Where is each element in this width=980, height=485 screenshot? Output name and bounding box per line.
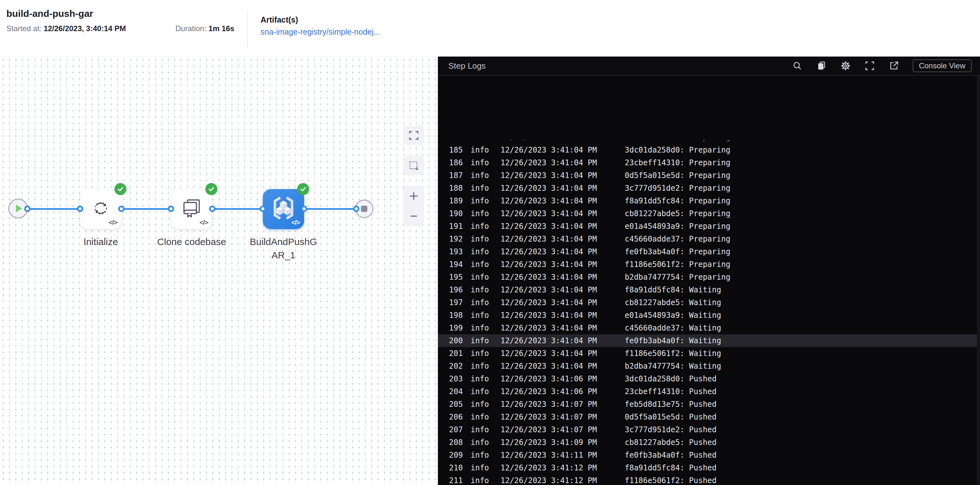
- log-level: info: [471, 410, 489, 423]
- log-row: 187info12/26/2023 3:41:04 PM0d5f5a015e5d…: [438, 169, 977, 182]
- port-build-in: [259, 206, 266, 212]
- log-row: 195info12/26/2023 3:41:04 PMb2dba7477754…: [438, 271, 977, 283]
- node-label-clone-codebase: Clone codebase: [147, 235, 236, 248]
- zoom-out-button[interactable]: [403, 206, 424, 226]
- log-num: 211: [449, 474, 463, 485]
- log-level: info: [471, 436, 489, 449]
- pipeline-canvas[interactable]: </> </>: [0, 57, 438, 485]
- log-num: 188: [449, 182, 463, 194]
- log-ts: 12/26/2023 3:41:04 PM: [501, 360, 597, 372]
- log-level: info: [471, 194, 489, 207]
- log-num: 195: [449, 271, 463, 283]
- edge-build-end: [304, 208, 356, 210]
- log-level: info: [471, 385, 489, 398]
- settings-icon[interactable]: [840, 60, 851, 71]
- log-num: 210: [449, 461, 463, 474]
- log-msg: cb81227abde5: Preparing: [625, 207, 977, 220]
- log-level: info: [471, 372, 489, 385]
- log-row: 199info12/26/2023 3:41:04 PMc45660adde37…: [438, 322, 977, 334]
- log-row: 211info12/26/2023 3:41:12 PMf1186e5061f2…: [438, 474, 977, 485]
- duration-label: Duration:: [175, 24, 206, 33]
- zoom-in-button[interactable]: [403, 186, 424, 206]
- log-row: 208info12/26/2023 3:41:09 PMcb81227abde5…: [438, 436, 977, 449]
- log-num: 206: [449, 410, 463, 423]
- log-level: info: [471, 245, 489, 258]
- external-link-icon[interactable]: [888, 60, 899, 71]
- pipeline-execution-screen: build-and-push-gar Started at: 12/26/202…: [0, 0, 980, 485]
- log-row: 194info12/26/2023 3:41:04 PMf1186e5061f2…: [438, 258, 977, 271]
- log-ts: 12/26/2023 3:41:04 PM: [501, 233, 597, 245]
- port-end-in: [353, 206, 360, 212]
- log-level: info: [471, 233, 489, 245]
- log-row: 196info12/26/2023 3:41:04 PMf8a91dd5fc84…: [438, 283, 977, 296]
- log-num: 205: [449, 398, 463, 410]
- log-level: info: [471, 309, 489, 322]
- play-icon: [16, 205, 22, 212]
- log-row: 190info12/26/2023 3:41:04 PMcb81227abde5…: [438, 207, 977, 220]
- log-num: 189: [449, 194, 463, 207]
- log-level: info: [471, 220, 489, 233]
- log-num: 209: [449, 449, 463, 461]
- artifact-link[interactable]: sna-image-registry/simple-nodej...: [261, 27, 380, 37]
- port-clone-out: [209, 206, 215, 212]
- log-row: 207info12/26/2023 3:41:07 PM3c777d951de2…: [438, 423, 977, 436]
- log-num: 203: [449, 372, 463, 385]
- log-level: info: [471, 360, 489, 372]
- log-msg: fe0fb3ab4a0f: Pushed: [625, 449, 977, 461]
- log-ts: 12/26/2023 3:41:04 PM: [501, 169, 597, 182]
- edge-initialize-clone: [121, 208, 171, 210]
- search-icon[interactable]: [792, 60, 803, 71]
- code-glyph-icon: </>: [291, 219, 300, 226]
- log-num: 202: [449, 360, 463, 372]
- log-level: info: [471, 347, 489, 360]
- copy-icon[interactable]: [816, 60, 827, 71]
- marquee-select-button[interactable]: [403, 156, 424, 175]
- fit-view-icon: [409, 131, 418, 140]
- log-msg: 3c777d951de2: Preparing: [625, 182, 977, 194]
- log-ts: 12/26/2023 3:41:04 PM: [501, 296, 597, 309]
- log-level: info: [471, 322, 489, 334]
- log-ts: 12/26/2023 3:41:04 PM: [501, 207, 597, 220]
- log-level: info: [471, 334, 489, 347]
- log-level: info: [471, 182, 489, 194]
- log-row: 193info12/26/2023 3:41:04 PMfe0fb3ab4a0f…: [438, 245, 977, 258]
- node-label-initialize: Initialize: [61, 235, 140, 248]
- log-num: 187: [449, 169, 463, 182]
- execution-header: build-and-push-gar Started at: 12/26/202…: [0, 0, 980, 57]
- fullscreen-icon[interactable]: [864, 60, 875, 71]
- log-actions: Console View: [792, 59, 972, 72]
- step-node-initialize[interactable]: </>: [80, 189, 121, 229]
- log-msg: f8a91dd5fc84: Preparing: [625, 194, 977, 207]
- log-ts: 12/26/2023 3:41:04 PM: [501, 271, 597, 283]
- console-view-button[interactable]: Console View: [913, 59, 972, 72]
- step-node-build-and-push-gar[interactable]: </>: [263, 189, 304, 229]
- log-row: 203info12/26/2023 3:41:06 PM3dc01da258d0…: [438, 372, 977, 385]
- log-row: 201info12/26/2023 3:41:04 PMf1186e5061f2…: [438, 347, 977, 360]
- step-node-clone-codebase[interactable]: </>: [171, 189, 212, 229]
- zoom-out-icon: [409, 211, 418, 221]
- log-msg: f8a91dd5fc84: Waiting: [625, 283, 977, 296]
- port-clone-in: [168, 206, 174, 212]
- log-ts: 12/26/2023 3:41:04 PM: [501, 156, 597, 169]
- log-msg: feb5d8d13e75: Preparing: [625, 140, 977, 144]
- log-msg: e01a454893a9: Waiting: [625, 309, 977, 322]
- log-num: 184: [449, 140, 463, 144]
- fit-view-button[interactable]: [403, 126, 424, 145]
- log-msg: f1186e5061f2: Preparing: [625, 258, 977, 271]
- log-msg: fe0fb3ab4a0f: Waiting: [625, 334, 977, 347]
- log-num: 208: [449, 436, 463, 449]
- step-logs-title: Step Logs: [449, 61, 485, 71]
- log-row: 198info12/26/2023 3:41:04 PMe01a454893a9…: [438, 309, 977, 322]
- log-scrollbar[interactable]: [977, 76, 980, 485]
- log-num: 204: [449, 385, 463, 398]
- gar-cubes-icon: [270, 195, 296, 221]
- log-ts: 12/26/2023 3:41:04 PM: [501, 144, 597, 156]
- log-row: 205info12/26/2023 3:41:07 PMfeb5d8d13e75…: [438, 398, 977, 410]
- pipeline-run-title: build-and-push-gar: [6, 8, 93, 19]
- edge-clone-build: [212, 208, 263, 210]
- started-at-value: 12/26/2023, 3:40:14 PM: [43, 24, 126, 33]
- log-ts: 12/26/2023 3:41:04 PM: [501, 283, 597, 296]
- log-ts: 12/26/2023 3:41:04 PM: [501, 258, 597, 271]
- log-msg: b2dba7477754: Waiting: [625, 360, 977, 372]
- log-level: info: [471, 283, 489, 296]
